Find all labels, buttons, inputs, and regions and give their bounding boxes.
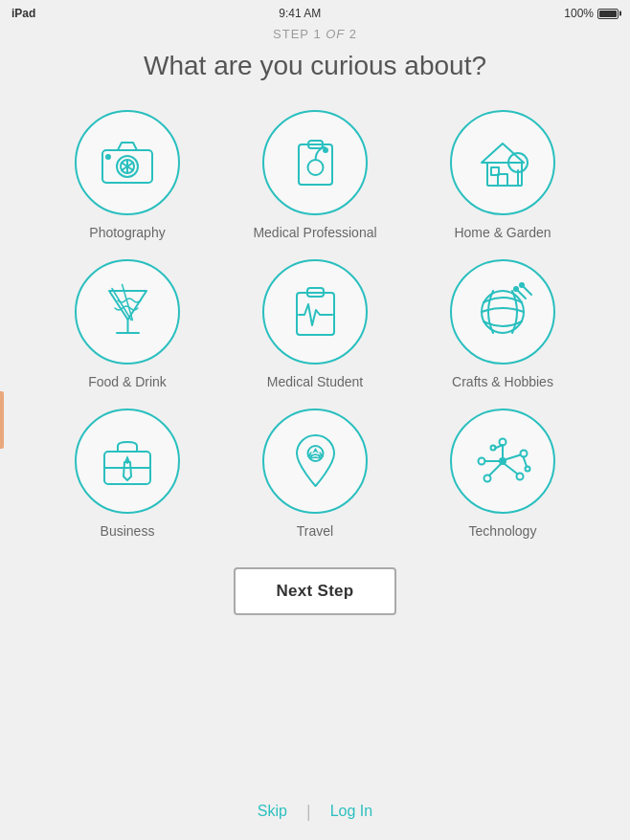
category-icon-technology — [450, 409, 555, 514]
category-icon-home-garden — [450, 110, 555, 215]
battery-icon — [597, 9, 619, 19]
category-icon-business — [75, 409, 180, 514]
category-label-crafts-hobbies: Crafts & Hobbies — [452, 374, 553, 389]
svg-point-27 — [514, 287, 518, 291]
status-ipad: iPad — [11, 7, 35, 20]
category-item-travel[interactable]: Travel — [226, 409, 404, 539]
category-label-technology: Technology — [469, 523, 537, 539]
status-battery: 100% — [564, 7, 619, 20]
category-item-food-drink[interactable]: Food & Drink — [38, 259, 216, 389]
category-label-medical-student: Medical Student — [267, 374, 363, 389]
bottom-bar: Skip | Log In — [0, 783, 630, 840]
step-prefix: STEP — [273, 27, 309, 41]
svg-marker-32 — [124, 462, 131, 480]
category-label-medical-professional: Medical Professional — [253, 225, 376, 240]
svg-line-48 — [523, 457, 527, 467]
svg-point-9 — [307, 160, 323, 175]
svg-point-36 — [478, 458, 484, 465]
page-title: What are you curious about? — [38, 51, 592, 81]
svg-point-10 — [324, 148, 327, 152]
category-icon-medical-student — [262, 259, 368, 365]
next-step-button[interactable]: Next Step — [234, 567, 396, 615]
category-icon-food-drink — [75, 259, 180, 365]
battery-percent: 100% — [564, 7, 594, 20]
category-label-travel: Travel — [297, 523, 333, 539]
category-label-business: Business — [101, 523, 155, 539]
category-icon-travel — [262, 409, 368, 514]
category-label-photography: Photography — [89, 225, 165, 240]
category-icon-photography — [75, 110, 180, 215]
svg-line-44 — [505, 464, 517, 474]
status-bar: iPad 9:41 AM 100% — [0, 0, 630, 27]
battery-fill — [599, 11, 617, 17]
category-item-home-garden[interactable]: Home & Garden — [414, 110, 592, 240]
category-icon-crafts-hobbies — [450, 259, 555, 365]
svg-point-37 — [520, 451, 527, 457]
step-label: STEP 1 of 2 — [38, 27, 592, 41]
category-grid: Photography Medical Professional — [38, 110, 592, 539]
step-num: 1 — [313, 27, 321, 41]
login-button[interactable]: Log In — [330, 803, 372, 820]
category-item-technology[interactable]: Technology — [414, 409, 592, 539]
skip-button[interactable]: Skip — [258, 803, 287, 820]
main-content: STEP 1 of 2 What are you curious about? — [0, 27, 630, 615]
category-label-home-garden: Home & Garden — [454, 225, 551, 240]
category-item-crafts-hobbies[interactable]: Crafts & Hobbies — [414, 259, 592, 389]
category-icon-medical-professional — [262, 110, 368, 215]
svg-point-28 — [520, 283, 524, 287]
svg-point-6 — [106, 155, 110, 159]
bottom-divider: | — [306, 802, 311, 822]
category-item-medical-professional[interactable]: Medical Professional — [226, 110, 404, 240]
svg-line-43 — [489, 464, 501, 475]
status-time: 9:41 AM — [279, 7, 321, 20]
category-item-photography[interactable]: Photography — [38, 110, 216, 240]
svg-line-42 — [506, 455, 521, 460]
category-label-food-drink: Food & Drink — [88, 374, 167, 389]
left-edge-indicator — [0, 391, 4, 449]
category-item-business[interactable]: Business — [38, 409, 216, 539]
next-button-container: Next Step — [38, 567, 592, 615]
step-of: of — [326, 27, 349, 41]
category-item-medical-student[interactable]: Medical Student — [226, 259, 404, 389]
step-total: 2 — [349, 27, 357, 41]
svg-point-47 — [525, 467, 529, 472]
